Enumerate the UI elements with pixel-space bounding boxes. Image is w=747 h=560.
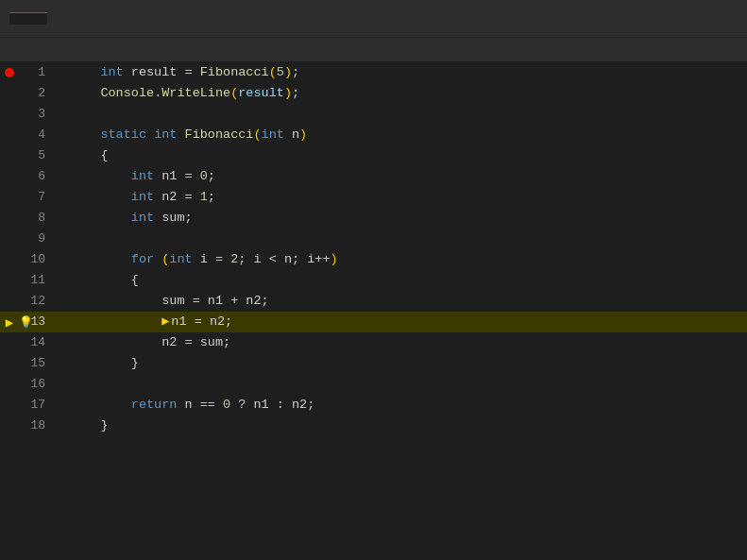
gutter-row: 8: [0, 208, 66, 229]
gutter-row: 12: [0, 291, 66, 312]
code-line: }: [66, 416, 747, 436]
line-gutter: 123456789101112💡▶131415161718: [0, 62, 66, 560]
breakpoint-area[interactable]: [0, 395, 19, 416]
breakpoint-area[interactable]: [0, 104, 19, 125]
gutter-row: 💡▶13: [0, 312, 66, 332]
line-number: 11: [19, 270, 53, 291]
breakpoint-area[interactable]: [0, 62, 19, 83]
code-line: [66, 374, 747, 395]
code-line: for (int i = 2; i < n; i++): [66, 249, 747, 270]
editor-area: 123456789101112💡▶131415161718 int result…: [0, 62, 747, 560]
breakpoint-area[interactable]: [0, 332, 19, 353]
breakpoint-area[interactable]: [0, 166, 19, 187]
breakpoint-area[interactable]: [0, 208, 19, 229]
gutter-row: 18: [0, 416, 66, 436]
breakpoint-area[interactable]: [0, 416, 19, 436]
gutter-row: 14: [0, 332, 66, 353]
line-number: 17: [19, 395, 53, 416]
gutter-row: 3: [0, 104, 66, 125]
breakpoint-area[interactable]: [0, 83, 19, 104]
line-number: 5: [19, 145, 53, 166]
gutter-row: 7: [0, 187, 66, 208]
line-number: 6: [19, 166, 53, 187]
gutter-row: 10: [0, 249, 66, 270]
line-number: 16: [19, 374, 53, 395]
code-line: Console.WriteLine(result);: [66, 83, 747, 104]
code-line: int result = Fibonacci(5);: [66, 62, 747, 83]
breakpoint-area[interactable]: [0, 353, 19, 374]
gutter-row: 9: [0, 229, 66, 249]
lightbulb-icon[interactable]: 💡: [19, 315, 33, 330]
breakpoint-area[interactable]: [0, 229, 19, 249]
breakpoint-area[interactable]: [0, 125, 19, 145]
gutter-row: 4: [0, 125, 66, 145]
title-bar: [0, 0, 747, 38]
gutter-row: 11: [0, 270, 66, 291]
line-number: 8: [19, 208, 53, 229]
gutter-row: 5: [0, 145, 66, 166]
line-number: 12: [19, 291, 53, 312]
code-line: }: [66, 353, 747, 374]
code-line: {: [66, 270, 747, 291]
code-line: n2 = sum;: [66, 332, 747, 353]
breakpoint-area[interactable]: [0, 270, 19, 291]
gutter-row: 1: [0, 62, 66, 83]
line-number: 18: [19, 416, 53, 436]
gutter-row: 6: [0, 166, 66, 187]
code-line: int n1 = 0;: [66, 166, 747, 187]
line-number: 7: [19, 187, 53, 208]
breakpoint-area[interactable]: [0, 291, 19, 312]
code-line: [66, 229, 747, 249]
code-lines[interactable]: int result = Fibonacci(5); Console.Write…: [66, 62, 747, 560]
code-line: sum = n1 + n2;: [66, 291, 747, 312]
gutter-row: 16: [0, 374, 66, 395]
line-number: 4: [19, 125, 53, 145]
breakpoint-dot[interactable]: [5, 68, 14, 77]
gutter-row: 2: [0, 83, 66, 104]
breakpoint-area[interactable]: [0, 249, 19, 270]
code-line: ▶n1 = n2;: [66, 312, 747, 332]
current-line-indicator: ▶: [6, 314, 13, 331]
line-number: 3: [19, 104, 53, 125]
breakpoint-area[interactable]: [0, 374, 19, 395]
line-number: 15: [19, 353, 53, 374]
code-line: static int Fibonacci(int n): [66, 125, 747, 145]
title-tab[interactable]: [9, 12, 47, 25]
code-line: return n == 0 ? n1 : n2;: [66, 395, 747, 416]
line-number: 2: [19, 83, 53, 104]
line-number: 14: [19, 332, 53, 353]
code-container: 123456789101112💡▶131415161718 int result…: [0, 62, 747, 560]
code-line: int n2 = 1;: [66, 187, 747, 208]
gutter-row: 15: [0, 353, 66, 374]
line-number: 1: [19, 62, 53, 83]
code-line: {: [66, 145, 747, 166]
line-number: 10: [19, 249, 53, 270]
gutter-row: 17: [0, 395, 66, 416]
code-line: [66, 104, 747, 125]
breadcrumb-bar: [0, 38, 747, 62]
line-number: 9: [19, 229, 53, 249]
code-line: int sum;: [66, 208, 747, 229]
breakpoint-area[interactable]: [0, 145, 19, 166]
breakpoint-area[interactable]: [0, 187, 19, 208]
breakpoint-area[interactable]: ▶: [0, 312, 19, 332]
